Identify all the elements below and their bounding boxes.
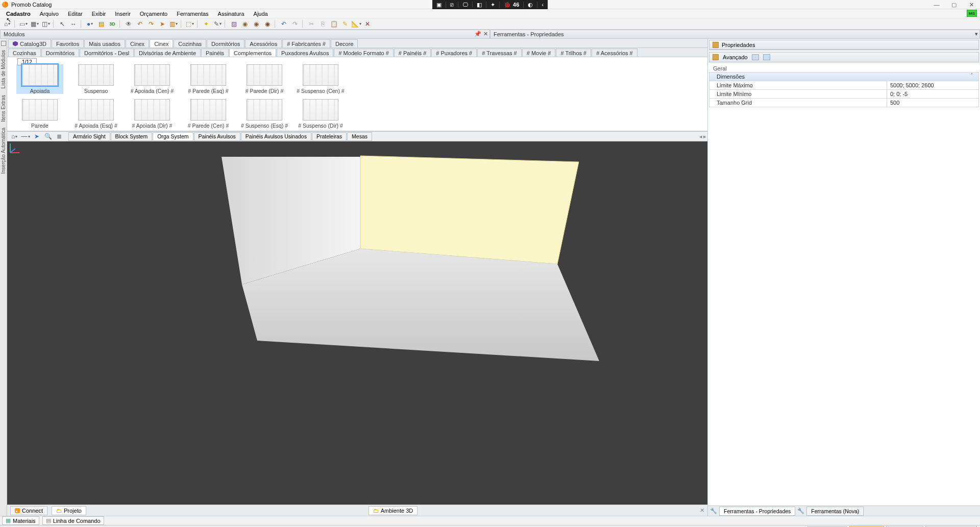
menu-ferramentas[interactable]: Ferramentas: [173, 10, 212, 18]
module-tab[interactable]: # Fabricantes #: [282, 39, 330, 47]
sidetab-insercao-auto[interactable]: Inserção Automática: [1, 126, 6, 176]
tool-render3[interactable]: ◉: [262, 19, 273, 29]
side-toggle-icon[interactable]: [1, 41, 6, 46]
menu-exibir[interactable]: Exibir: [88, 10, 110, 18]
module-item[interactable]: # Suspenso (Dir) #: [297, 99, 344, 129]
widget-badge[interactable]: 🐞 46: [500, 2, 524, 8]
inner-tab[interactable]: Painéis Avulsos: [194, 132, 240, 141]
tool-eye[interactable]: 👁: [124, 19, 134, 29]
prop-group-dimensoes[interactable]: Dimensões ⌃: [709, 72, 979, 81]
module-tab[interactable]: Mais usados: [84, 39, 125, 47]
close-button[interactable]: ✕: [963, 0, 980, 9]
inner-tab[interactable]: Mesas: [347, 132, 372, 141]
module-item[interactable]: # Parede (Cen) #: [185, 99, 232, 129]
tool-redo[interactable]: ↷: [290, 19, 300, 29]
menu-ajuda[interactable]: Ajuda: [250, 10, 272, 18]
rtab-ferramentas-prop[interactable]: Ferramentas - Propriedades: [719, 507, 795, 516]
tab-linha-comando[interactable]: ▤Linha de Comando: [42, 516, 104, 525]
module-subtab[interactable]: # Movie #: [522, 49, 556, 57]
scroll-right-icon[interactable]: ▸: [703, 133, 706, 140]
tool-new[interactable]: ⌂: [2, 19, 12, 29]
module-item[interactable]: # Suspenso (Cen) #: [297, 64, 344, 94]
menu-editar[interactable]: Editar: [64, 10, 87, 18]
inner-tool-home[interactable]: ⌂: [9, 132, 19, 141]
menu-inserir[interactable]: Inserir: [111, 10, 135, 18]
minimize-button[interactable]: —: [928, 0, 945, 9]
maximize-button[interactable]: ▢: [945, 0, 963, 9]
module-item[interactable]: # Apoiada (Esq) #: [72, 99, 119, 129]
tool-cut[interactable]: ✂: [306, 19, 316, 29]
widget-icon[interactable]: ‹: [537, 2, 548, 8]
tab-projeto[interactable]: 🗀Projeto: [52, 506, 86, 515]
inner-tab[interactable]: Prateleiras: [312, 132, 347, 141]
dropdown-icon[interactable]: ▾: [975, 31, 978, 37]
tool-page[interactable]: ▥: [168, 19, 179, 29]
module-item[interactable]: Parede: [16, 99, 63, 129]
widget-icon[interactable]: 🖵: [458, 2, 473, 8]
viewport-3d[interactable]: [7, 141, 707, 505]
prop-row[interactable]: Limite Máximo5000; 5000; 2600: [709, 81, 979, 90]
inner-tool-search[interactable]: 🔍: [43, 132, 53, 141]
module-tab[interactable]: Cinex: [126, 39, 149, 47]
tab-connect[interactable]: Connect: [10, 506, 47, 515]
menu-assinatura[interactable]: Assinatura: [214, 10, 249, 18]
close-tab-icon[interactable]: ✕: [700, 507, 704, 514]
inner-tab[interactable]: Painéis Avulsos Usinados: [241, 132, 311, 141]
inner-tab[interactable]: Orga System: [153, 132, 193, 141]
tool-rotate-r[interactable]: ↷: [146, 19, 156, 29]
collapse-icon[interactable]: ⌃: [970, 73, 974, 78]
sidetab-itens-extras[interactable]: Itens Extras: [1, 93, 6, 124]
widget-icon[interactable]: ◧: [473, 2, 486, 8]
module-item[interactable]: # Apoiada (Cen) #: [129, 64, 176, 94]
module-tab[interactable]: Dormitórios: [207, 39, 244, 47]
tool-arrow[interactable]: ➤: [157, 19, 167, 29]
module-tab[interactable]: Acessórios: [245, 39, 282, 47]
user-badge[interactable]: MS: [967, 10, 977, 17]
module-subtab[interactable]: Puxadores Avulsos: [277, 49, 333, 57]
module-item[interactable]: # Parede (Esq) #: [185, 64, 232, 94]
tool-img[interactable]: ▨: [229, 19, 239, 29]
tool-render1[interactable]: ◉: [240, 19, 250, 29]
tool-3d[interactable]: 3D: [107, 19, 117, 29]
module-subtab[interactable]: # Trilhos #: [556, 49, 591, 57]
inner-tab[interactable]: Armário Sight: [68, 132, 110, 141]
tool-render2[interactable]: ◉: [251, 19, 261, 29]
module-tab[interactable]: Catalog3D: [8, 39, 51, 47]
tool-measure[interactable]: ↔: [68, 19, 79, 29]
prop-value[interactable]: 0; 0; -5: [887, 90, 978, 98]
module-subtab[interactable]: Cozinhas: [8, 49, 41, 57]
view-list-icon[interactable]: [763, 54, 770, 60]
scroll-left-icon[interactable]: ◂: [699, 133, 702, 140]
menu-orcamento[interactable]: Orçamento: [136, 10, 172, 18]
widget-icon[interactable]: ⎚: [446, 2, 458, 8]
module-item[interactable]: # Parede (Dir) #: [241, 64, 288, 94]
menu-arquivo[interactable]: Arquivo: [36, 10, 63, 18]
module-subtab[interactable]: # Travessas #: [477, 49, 521, 57]
properties-header[interactable]: Propriedades: [709, 40, 978, 50]
tool-open[interactable]: ▭: [18, 19, 29, 29]
inner-tool-list[interactable]: ≣: [54, 132, 64, 141]
view-grid-icon[interactable]: [752, 54, 759, 60]
tool-select[interactable]: ↖: [57, 19, 67, 29]
tool-paste[interactable]: 📋: [329, 19, 339, 29]
widget-icon[interactable]: ✦: [486, 2, 500, 8]
module-subtab[interactable]: # Painéis #: [394, 49, 431, 57]
tool-grid[interactable]: ▦: [30, 19, 40, 29]
prop-value[interactable]: 500: [887, 99, 978, 107]
tool-delete[interactable]: ✕: [362, 19, 373, 29]
module-tab[interactable]: Decore: [331, 39, 358, 47]
advanced-label[interactable]: Avançado: [723, 54, 748, 60]
tool-layout[interactable]: ◫: [41, 19, 51, 29]
tool-globe[interactable]: ●: [85, 19, 95, 29]
module-subtab[interactable]: # Acessórios #: [592, 49, 638, 57]
inner-tool-line[interactable]: —: [20, 132, 31, 141]
module-subtab[interactable]: Painéis: [201, 49, 229, 57]
tool-box[interactable]: ⬚: [185, 19, 195, 29]
tool-ruler[interactable]: 📐: [351, 19, 361, 29]
module-item[interactable]: Suspenso: [72, 64, 119, 94]
tool-wand[interactable]: ✎: [212, 19, 223, 29]
close-icon[interactable]: ✕: [483, 31, 488, 37]
prop-value[interactable]: 5000; 5000; 2600: [887, 81, 978, 89]
pin-icon[interactable]: 📌: [474, 31, 481, 37]
widget-icon[interactable]: ◐: [524, 2, 537, 8]
